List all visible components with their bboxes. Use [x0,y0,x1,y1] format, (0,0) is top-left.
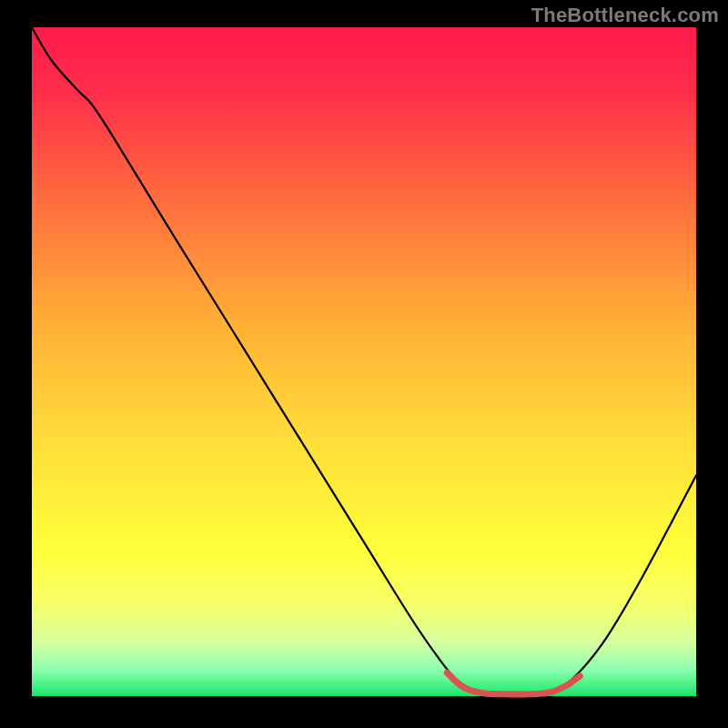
chart-stage: TheBottleneck.com [0,0,728,728]
plot-background [32,27,696,696]
bottleneck-chart [0,0,728,728]
